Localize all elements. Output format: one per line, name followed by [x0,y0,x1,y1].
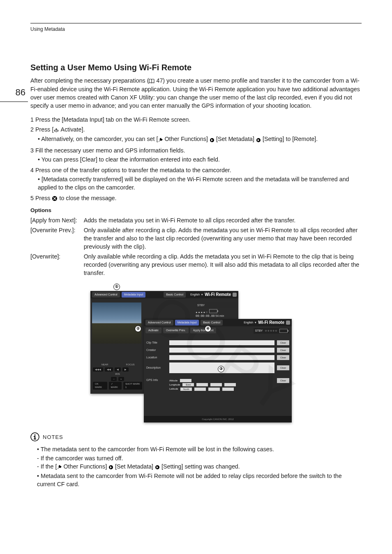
input-clip-title[interactable] [169,340,274,345]
battery-icon [209,309,217,313]
label-altitude: Altitude [169,379,178,382]
running-header: Using Metadata [30,26,362,33]
arrow-right-icon [155,463,160,471]
focus-near-1-button[interactable]: ▶ [122,367,129,372]
overwrite-prev-button[interactable]: Overwrite Prev. [163,328,189,333]
option-desc-overwrite-prev: Only available after recording a clip. A… [84,226,362,252]
apply-from-next-button[interactable]: Apply from Next [190,328,217,333]
step-1: 1 Press the [Metadata Input] tab on the … [30,115,362,124]
wrench-icon [57,463,62,471]
callout-1: ① [113,284,120,290]
label-latitude: Latitude [169,387,178,390]
step-2-sub: Alternatively, on the camcorder, you can… [38,135,362,143]
timecode: 00:00:00.00 [196,314,214,318]
cf-a-time: 54 min [215,314,224,317]
iris-plus-button[interactable]: + [118,377,124,381]
option-desc-apply-next: Adds the metadata you set in Wi-Fi Remot… [84,216,362,226]
iris-minus-button[interactable]: − [111,377,117,381]
tab-metadata-input[interactable]: Metadata Input [122,292,146,298]
ok-mark-button[interactable]: OK MARK [93,382,107,390]
step-2: 2 Press [ Activate]. [30,125,362,134]
wrench-icon [158,136,163,144]
app-title-2: Wi-Fi Remote [258,320,284,325]
wifi-remote-screenshots: COPY ① ② ③ ④ Advanced Control Metadata I… [90,284,353,424]
clear-location-button[interactable]: Clear [277,355,289,360]
book-icon [149,77,154,85]
option-label-overwrite-prev: [Overwrite Prev.]: [30,226,84,252]
options-heading: Options [30,207,362,215]
status-stby: STBY [196,302,236,308]
battery-icon-2 [279,329,288,333]
focus-far-1-button[interactable]: ◀ [115,367,121,372]
label-focus: FOCUS [118,363,142,366]
step-3-sub: You can press [Clear] to clear the infor… [38,155,362,164]
select-latitude-dir[interactable]: North [180,388,192,391]
input-longitude-1[interactable] [196,383,208,386]
focus-far-3-button[interactable]: ◀◀◀ [93,367,103,372]
option-label-overwrite: [Overwrite]: [30,252,84,279]
input-longitude-2[interactable] [210,383,222,386]
step-4-sub: [Metadata correctly transferred] will be… [38,175,362,192]
label-description: Description [146,366,167,370]
note-1a: If the camcorder was turned off. [37,454,362,462]
activate-button[interactable]: Activate [145,328,161,333]
option-label-apply-next: [Apply from Next]: [30,216,84,226]
label-near: NEAR [93,363,117,366]
status-stby-2: STBY [255,329,263,333]
label-clip-title: Clip Title [146,341,167,345]
callout-3: ③ [218,366,224,372]
svg-point-6 [35,434,36,436]
label-gps-info: GPS Info [146,378,167,382]
check-mark-button[interactable]: ✓ MARK [109,382,122,390]
tab-basic-control[interactable]: Basic Control [164,292,186,298]
language-label: English [190,293,200,297]
input-creator[interactable] [169,348,274,353]
note-1b: If the [ Other Functions] [Set Metadata]… [37,462,362,471]
input-location[interactable] [169,355,274,360]
input-altitude[interactable] [180,379,191,382]
tab-metadata-input-2[interactable]: Metadata Input [175,320,199,325]
lock-icon-2 [286,321,290,325]
arrow-right-icon [210,136,214,144]
clear-description-button[interactable]: Clear [277,365,289,370]
callout-2: ② [135,325,141,332]
intro-paragraph: After completing the necessary preparati… [30,76,362,110]
step-4: 4 Press one of the transfer options to t… [30,166,362,174]
input-latitude-2[interactable] [208,388,220,391]
svg-rect-8 [34,436,35,437]
audio-level-icon: ●●●●○ [196,311,208,314]
shot-mark-button[interactable]: SHOT MARK 1 [123,382,142,390]
label-longitude: Longitude [169,383,180,386]
input-latitude-3[interactable] [222,388,234,391]
section-heading: Setting a User Memo Using Wi-Fi Remote [30,62,362,73]
notes-heading: NOTES [43,434,63,441]
step-5: 5 Press to close the message. [30,194,362,203]
callout-4: ④ [205,325,211,332]
input-latitude-1[interactable] [194,388,206,391]
clear-clip-title-button[interactable]: Clear [277,340,289,345]
clear-creator-button[interactable]: Clear [277,348,289,353]
svg-rect-9 [34,439,36,439]
tab-basic-control-2[interactable]: Basic Control [201,320,223,325]
lock-icon [233,293,237,297]
input-longitude-3[interactable] [224,383,236,386]
audio-level-icon-2: ○ ○ ○ ○ ○ [265,329,277,333]
svg-point-1 [56,129,57,130]
clear-gps-button[interactable]: Clear [277,378,289,383]
arrow-right-icon [108,463,113,471]
tab-advanced-control-2[interactable]: Advanced Control [145,320,173,325]
step-3: 3 Fill the necessary user memo and GPS i… [30,146,362,155]
label-iris: IRIS [93,372,142,376]
app-title: Wi-Fi Remote [205,292,231,298]
language-label-2: English [244,321,253,325]
info-icon [30,432,39,443]
select-longitude-dir[interactable]: East [182,383,194,386]
notes-section: NOTES The metadata sent to the camcorder… [30,432,362,488]
page-number: 86 [0,86,28,102]
arrow-right-icon [256,136,261,144]
focus-far-2-button[interactable]: ◀◀ [105,367,113,372]
tab-advanced-control[interactable]: Advanced Control [92,292,120,298]
label-location: Location [146,355,167,360]
wifi-icon [53,126,59,134]
option-desc-overwrite: Only available while recording a clip. A… [84,252,362,279]
